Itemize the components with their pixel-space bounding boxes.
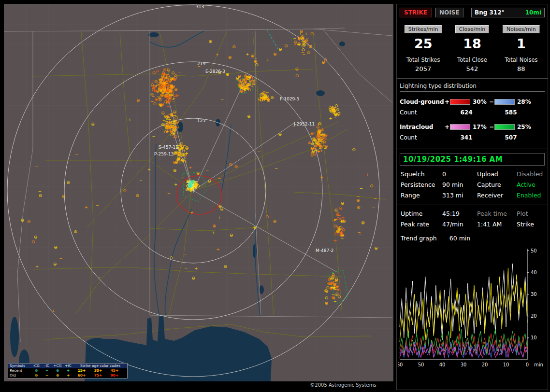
strike-symbol: ⊖ [326, 285, 330, 290]
bearing-value: Bng 312° [475, 9, 505, 16]
legend-col-pos-cg: +CG [52, 364, 63, 368]
strike-symbol: − [166, 95, 169, 99]
legend-header-row: Symbols -CG -IC +CG +IC Strike age color… [8, 364, 127, 368]
strike-symbol: ⊖ [329, 276, 333, 280]
cloud-ground-count-row: Count 624 585 [400, 107, 545, 118]
strike-symbol: − [360, 186, 363, 191]
squelch-value: 0 [442, 170, 477, 178]
strike-symbol: ⊖ [31, 239, 35, 244]
strike-symbol: ⊖ [155, 69, 159, 73]
strike-symbol: + [248, 75, 251, 80]
cloud-ground-row: Cloud-ground + 30% − 28% [400, 97, 545, 107]
strike-symbol: + [147, 167, 151, 172]
strike-symbol: ⊕ [273, 52, 277, 56]
strike-symbol: ⊖ [39, 193, 43, 198]
ic-negative-bar [494, 124, 515, 130]
strike-symbol: ⊖ [278, 132, 282, 137]
storm-cell-label: J-2952-11 [293, 122, 315, 126]
strike-symbol: ⊖ [374, 246, 378, 251]
strike-symbol: − [152, 134, 155, 139]
strike-symbol: ⊕ [357, 205, 361, 210]
legend-col-pos-ic: +IC [63, 364, 73, 368]
close-per-min-button[interactable]: Close/min [455, 25, 489, 33]
range-ring-label: 313 [196, 4, 204, 9]
strike-symbol: − [75, 152, 78, 157]
strike-symbol: − [162, 128, 165, 133]
squelch-label: Squelch [401, 170, 442, 178]
legend-strike-symbol: ⊖ [31, 368, 42, 373]
lightning-map[interactable]: +⊖⊖−⊖⊖+⊖+⊕⊖⊖⊖−⊖−−−⊕⊖−+−⊖−−⊖−−⊖+⊖+⊖⊕+⊕⊖⊖⊖… [4, 4, 393, 381]
strike-symbol: ⊖ [332, 285, 336, 290]
strike-symbol: − [167, 200, 170, 205]
persistence-label: Persistence [401, 181, 442, 188]
strike-symbol: + [244, 80, 247, 85]
strike-symbol: ⊖ [318, 138, 322, 143]
strike-symbol: − [336, 225, 339, 230]
strike-symbol: ⊖ [334, 208, 338, 212]
strike-symbol: ⊖ [171, 70, 175, 75]
strike-symbol: ⊖ [341, 201, 345, 206]
strike-mode-button[interactable]: STRIKE [400, 8, 432, 17]
storm-cell-label: M-487-2 [316, 248, 333, 253]
strike-symbol: ⊖ [220, 207, 224, 211]
legend-row-old: Old⊖−⊕+60+75+90+ [8, 373, 127, 378]
strike-symbol: − [372, 205, 375, 210]
strike-symbol: ⊖ [191, 276, 195, 280]
legend-age-code: 60+ [73, 373, 90, 378]
strike-symbol: + [212, 230, 215, 235]
plot-value: Strike [517, 221, 548, 228]
legend-age-code: 15+ [73, 368, 90, 373]
ic-positive-percent: 17% [470, 124, 489, 130]
total-strikes-label: Total Strikes [399, 56, 448, 63]
ic-negative-percent: 25% [515, 124, 533, 130]
strike-symbol: − [35, 164, 38, 169]
total-close-label: Total Close [448, 56, 496, 63]
strike-symbol: ⊕ [226, 72, 230, 77]
strike-symbol: − [181, 175, 184, 180]
trend-x-tick-label: 60 [398, 362, 403, 367]
strike-symbol: ⊖ [237, 74, 241, 79]
strike-symbol: + [293, 42, 297, 46]
storm-cell-label: F-1029-5 [280, 97, 299, 101]
legend-strike-symbol: + [63, 368, 73, 373]
strike-symbol: ⊖ [53, 262, 57, 266]
strike-symbol: ⊖ [247, 114, 251, 119]
strike-symbol: − [315, 137, 318, 142]
strike-symbol: ⊖ [352, 147, 356, 152]
minus-sign: − [489, 124, 494, 130]
strike-symbol: ⊖ [318, 121, 321, 126]
strike-symbol: + [322, 140, 326, 144]
strike-symbol: ⊖ [301, 43, 305, 48]
strike-symbol: ⊖ [173, 168, 177, 173]
noises-per-min-value: 1 [497, 35, 546, 53]
legend-row-label: Recent [8, 368, 31, 373]
noise-mode-button[interactable]: NOISE [435, 8, 464, 17]
strike-symbol: ⊖ [340, 219, 344, 224]
total-strikes-value: 2057 [399, 65, 448, 72]
strike-symbol: ⊖ [310, 31, 314, 36]
strikes-per-min-button[interactable]: Strikes/min [405, 25, 442, 33]
trend-x-tick-label: 0 [526, 362, 529, 367]
strike-symbol: ⊖ [177, 158, 181, 163]
plus-sign: + [444, 98, 450, 105]
strike-symbol: − [358, 232, 362, 237]
strike-symbol: ⊖ [196, 171, 200, 176]
strike-symbol: − [175, 72, 179, 77]
bearing-display: Bng 312° 10mi [471, 8, 545, 17]
noises-per-min-button[interactable]: Noises/min [503, 25, 540, 33]
strike-symbol: ⊖ [340, 228, 344, 233]
trend-y-tick-label: 30 [531, 292, 537, 297]
storm-cell-label: S-457-11 [159, 145, 178, 150]
receiver-label: Receiver [477, 192, 517, 199]
cg-positive-percent: 30% [470, 98, 489, 105]
strike-symbol: ⊕ [263, 94, 267, 99]
strike-symbol: ⊖ [170, 92, 174, 97]
strike-symbol: ⊖ [223, 264, 227, 269]
trend-x-tick-label: 40 [439, 362, 446, 367]
strike-symbol: − [374, 196, 377, 201]
range-ring-label: 125 [197, 118, 205, 123]
strike-symbol: ⊖ [251, 81, 255, 86]
strike-symbol: − [176, 93, 180, 98]
cloud-ground-label: Cloud-ground [400, 98, 444, 105]
legend-age-code: 45+ [106, 368, 123, 373]
